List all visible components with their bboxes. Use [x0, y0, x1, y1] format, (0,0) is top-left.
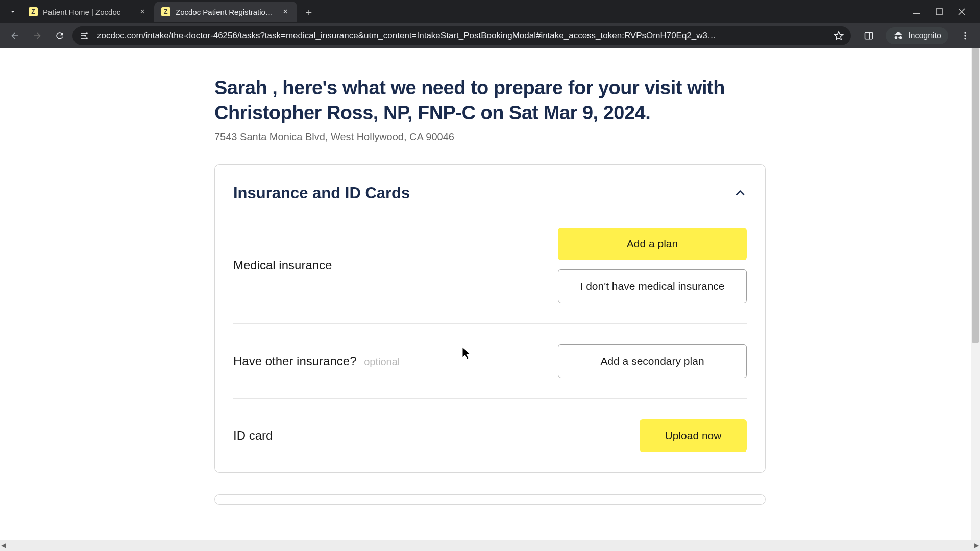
svg-rect-4	[81, 38, 87, 39]
id-card-actions: Upload now	[640, 419, 747, 452]
page-heading: Sarah , here's what we need to prepare f…	[214, 76, 766, 126]
svg-point-7	[86, 37, 88, 39]
forward-button[interactable]	[28, 26, 47, 45]
tab-search-dropdown[interactable]	[4, 3, 21, 20]
secondary-insurance-actions: Add a secondary plan	[558, 344, 747, 378]
page-content: Sarah , here's what we need to prepare f…	[0, 48, 980, 540]
chevron-up-icon	[733, 187, 747, 200]
vertical-scrollbar[interactable]	[971, 48, 980, 540]
svg-rect-2	[81, 33, 87, 34]
horizontal-scrollbar[interactable]: ◀ ▶	[0, 540, 980, 551]
close-icon[interactable]: ×	[138, 7, 147, 16]
incognito-badge[interactable]: Incognito	[886, 27, 948, 44]
scrollbar-thumb[interactable]	[972, 48, 979, 343]
secondary-insurance-label: Have other insurance? optional	[233, 354, 400, 368]
medical-insurance-actions: Add a plan I don't have medical insuranc…	[558, 228, 747, 303]
add-plan-button[interactable]: Add a plan	[558, 228, 747, 260]
id-card-label: ID card	[233, 429, 273, 443]
card-header-toggle[interactable]: Insurance and ID Cards	[215, 165, 765, 217]
tab-title: Zocdoc Patient Registration - R	[176, 8, 276, 16]
svg-point-5	[86, 32, 88, 34]
row-secondary-insurance: Have other insurance? optional Add a sec…	[233, 323, 747, 398]
address-bar[interactable]: zocdoc.com/intake/the-doctor-46256/tasks…	[72, 26, 851, 45]
secondary-label-text: Have other insurance?	[233, 354, 356, 368]
provider-address: 7543 Santa Monica Blvd, West Hollywood, …	[214, 131, 766, 143]
tab-title: Patient Home | Zocdoc	[43, 8, 133, 16]
insurance-card: Insurance and ID Cards Medical insurance…	[214, 164, 766, 473]
new-tab-button[interactable]: ＋	[300, 3, 317, 20]
medical-insurance-label: Medical insurance	[233, 258, 332, 272]
optional-label: optional	[364, 356, 400, 367]
back-button[interactable]	[5, 26, 24, 45]
bookmark-icon[interactable]	[834, 31, 844, 41]
reload-button[interactable]	[50, 26, 69, 45]
svg-rect-1	[936, 9, 942, 15]
scroll-right-arrow[interactable]: ▶	[974, 542, 979, 549]
browser-menu-button[interactable]	[955, 26, 975, 45]
scroll-left-arrow[interactable]: ◀	[1, 542, 6, 549]
svg-point-6	[84, 35, 86, 36]
close-window-button[interactable]	[957, 7, 967, 17]
browser-tab-0[interactable]: Z Patient Home | Zocdoc ×	[21, 2, 154, 22]
svg-point-11	[964, 35, 966, 36]
favicon-icon: Z	[29, 7, 38, 16]
row-id-card: ID card Upload now	[233, 398, 747, 472]
add-secondary-plan-button[interactable]: Add a secondary plan	[558, 344, 747, 378]
no-insurance-button[interactable]: I don't have medical insurance	[558, 269, 747, 303]
svg-rect-8	[865, 32, 873, 39]
browser-toolbar: zocdoc.com/intake/the-doctor-46256/tasks…	[0, 23, 980, 48]
browser-tab-1[interactable]: Z Zocdoc Patient Registration - R ×	[154, 2, 297, 22]
maximize-button[interactable]	[934, 7, 944, 17]
close-icon[interactable]: ×	[281, 7, 290, 16]
incognito-icon	[893, 30, 904, 41]
site-controls-icon[interactable]	[80, 31, 90, 41]
next-section-card	[214, 494, 766, 505]
side-panel-button[interactable]	[859, 26, 878, 45]
incognito-label: Incognito	[908, 31, 941, 40]
row-medical-insurance: Medical insurance Add a plan I don't hav…	[215, 217, 765, 323]
browser-chrome: Z Patient Home | Zocdoc × Z Zocdoc Patie…	[0, 0, 980, 48]
svg-rect-0	[913, 13, 920, 14]
minimize-button[interactable]	[912, 7, 922, 17]
url-text: zocdoc.com/intake/the-doctor-46256/tasks…	[97, 31, 826, 41]
toolbar-right: Incognito	[854, 26, 975, 45]
favicon-icon: Z	[161, 7, 170, 16]
upload-now-button[interactable]: Upload now	[640, 419, 747, 452]
card-title: Insurance and ID Cards	[233, 184, 410, 203]
svg-point-10	[964, 32, 966, 34]
window-controls	[912, 7, 976, 17]
svg-point-12	[964, 38, 966, 39]
tab-bar: Z Patient Home | Zocdoc × Z Zocdoc Patie…	[0, 0, 980, 23]
